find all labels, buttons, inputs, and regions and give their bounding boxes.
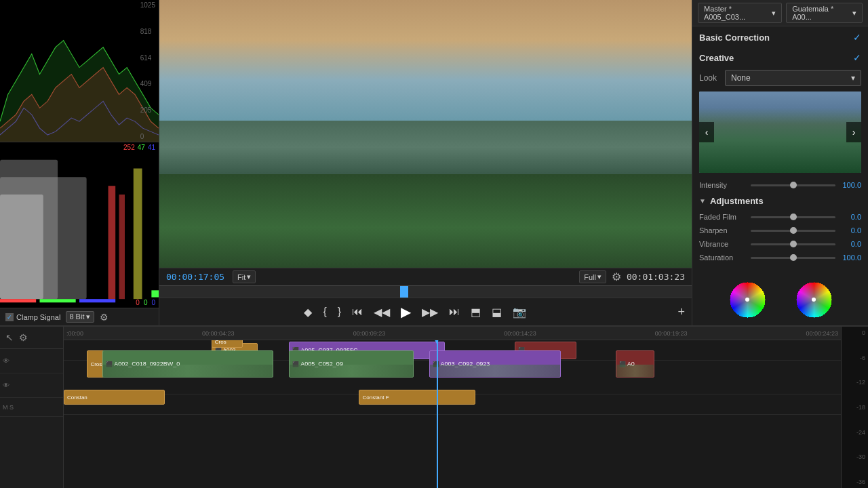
bottom-area: ↖ ⚙ 👁 👁 M S :00:00 00:00:04:23 00:00:09:…: [0, 325, 868, 488]
svg-marker-18: [345, 37, 458, 134]
video-settings-button[interactable]: ⚙: [612, 270, 621, 283]
timecode-end: 00:01:03:23: [627, 272, 685, 282]
saturation-value: 100.0: [840, 253, 861, 262]
svg-rect-10: [0, 299, 36, 302]
clip-a003-lower[interactable]: ⬛A003_C092_0923: [429, 350, 561, 378]
creative-checkmark: ✓: [853, 52, 861, 63]
full-dropdown[interactable]: Full ▾: [579, 270, 606, 283]
svg-point-29: [498, 9, 627, 33]
svg-rect-26: [418, 214, 421, 230]
scope-labels: 1025 818 614 409 205 0: [140, 0, 155, 142]
svg-point-38: [798, 144, 802, 148]
carousel-prev-button[interactable]: ‹: [699, 122, 714, 142]
svg-marker-32: [713, 105, 767, 136]
sharpen-value: 0.0: [840, 226, 861, 235]
creative-section[interactable]: Creative ✓: [692, 47, 868, 67]
intensity-thumb[interactable]: [790, 182, 797, 188]
vibrance-value: 0.0: [840, 240, 861, 248]
vibrance-thumb[interactable]: [790, 241, 797, 247]
vibrance-row: Vibrance 0.0: [692, 237, 868, 251]
in-point-button[interactable]: {: [320, 304, 329, 319]
step-back-button[interactable]: ◀◀: [371, 304, 393, 320]
center-panel: 00:00:17:05 Fit ▾ Full ▾ ⚙ 00:01:03:23 ◆: [159, 0, 692, 325]
add-button[interactable]: +: [675, 304, 688, 321]
track-label-v2: 👁: [0, 373, 63, 398]
track-eye-v1[interactable]: 👁: [3, 357, 9, 365]
vu-label-18: -18: [844, 404, 865, 411]
vu-label-36: -36: [844, 479, 865, 485]
svg-marker-33: [730, 112, 764, 136]
export-frame-button[interactable]: 📷: [510, 304, 529, 320]
scrubber-playhead[interactable]: [400, 286, 408, 298]
sharpen-thumb[interactable]: [790, 227, 797, 234]
track-eye-v2[interactable]: 👁: [3, 382, 9, 389]
svg-rect-37: [800, 147, 802, 155]
clamp-signal-control[interactable]: ✓ Clamp Signal: [5, 313, 60, 321]
bit-depth-selector[interactable]: 8 Bit ▾: [66, 311, 94, 323]
play-button[interactable]: ▶: [398, 302, 414, 321]
highlight-tint-wheel[interactable]: [784, 270, 844, 325]
timeline-tools: ↖ ⚙: [0, 327, 63, 349]
scope-bottom-controls: ✓ Clamp Signal 8 Bit ▾ ⚙: [0, 308, 159, 325]
vu-labels: 0 -6 -12 -18 -24 -30 -36: [842, 327, 868, 488]
marker-button[interactable]: ◆: [301, 304, 315, 320]
clip-constan[interactable]: Constan: [64, 390, 165, 405]
next-edit-button[interactable]: ⏭: [446, 304, 462, 319]
clip-a002[interactable]: ⬛A002_C018_0922BW_0: [102, 350, 273, 378]
insert-button[interactable]: ⬒: [468, 304, 484, 320]
saturation-thumb[interactable]: [790, 254, 797, 261]
svg-rect-20: [199, 166, 651, 214]
clip-a005-lower[interactable]: ⬛A005_C052_09: [289, 350, 413, 378]
color-wheels-row: Shadow Tint Highlight Tint: [692, 264, 868, 325]
shadow-tint-wheel[interactable]: [717, 270, 777, 325]
faded-film-slider[interactable]: [751, 216, 835, 218]
intensity-slider[interactable]: [751, 184, 835, 186]
track-row-audio: Constan Constant F: [64, 394, 841, 415]
clip-constant-f[interactable]: Constant F: [359, 390, 475, 405]
timeline-tool-icon[interactable]: ↖: [5, 332, 14, 343]
carousel-next-button[interactable]: ›: [846, 122, 861, 142]
sharpen-label: Sharpen: [699, 226, 747, 235]
timeline-settings-icon[interactable]: ⚙: [19, 332, 28, 343]
highlight-tint-container: Highlight Tint: [784, 270, 844, 325]
clip-cros-upper[interactable]: Cros: [212, 340, 243, 348]
faded-film-row: Faded Film 0.0: [692, 210, 868, 224]
step-fwd-button[interactable]: ▶▶: [419, 304, 441, 320]
svg-point-19: [199, 146, 651, 210]
svg-rect-12: [79, 299, 115, 302]
faded-film-value: 0.0: [840, 213, 861, 221]
adjustments-section[interactable]: ▼ Adjustments: [692, 192, 868, 210]
scope-settings-icon[interactable]: ⚙: [100, 312, 108, 323]
svg-point-27: [416, 209, 422, 216]
saturation-slider[interactable]: [751, 257, 835, 259]
transport-bar: ◆ { } ⏮ ◀◀ ▶ ▶▶ ⏭ ⬒ ⬓ 📷 +: [159, 298, 692, 325]
basic-correction-checkmark: ✓: [853, 32, 861, 43]
timeline-playhead: [437, 340, 438, 488]
sharpen-slider[interactable]: [751, 230, 835, 232]
clip-a0-lower[interactable]: ⬛A0: [616, 350, 654, 378]
prev-edit-button[interactable]: ⏮: [349, 304, 366, 319]
track-labels: 👁 👁 M S: [0, 349, 63, 488]
timeline-ruler[interactable]: :00:00 00:00:04:23 00:00:09:23 00:00:14:…: [64, 327, 841, 340]
panel-header: Master * A005_C03... ▾ Guatemala * A00..…: [692, 0, 868, 26]
vibrance-slider[interactable]: [751, 243, 835, 245]
look-label: Look: [699, 73, 719, 83]
fit-dropdown[interactable]: Fit ▾: [233, 270, 256, 283]
overwrite-button[interactable]: ⬓: [489, 304, 505, 320]
vu-meter: 0 -6 -12 -18 -24 -30 -36: [841, 327, 868, 488]
svg-marker-15: [159, 61, 692, 174]
svg-rect-31: [699, 92, 861, 173]
basic-correction-section[interactable]: Basic Correction ✓: [692, 26, 868, 47]
scrubber-bar[interactable]: [159, 286, 692, 298]
look-dropdown[interactable]: None ▾: [725, 70, 861, 86]
svg-point-36: [713, 132, 848, 148]
preview-image: [699, 92, 861, 173]
timeline-scrubber[interactable]: [159, 285, 692, 298]
out-point-button[interactable]: }: [335, 304, 344, 319]
intensity-value: 100.0: [840, 181, 861, 189]
faded-film-thumb[interactable]: [790, 214, 797, 220]
sequence-dropdown[interactable]: Guatemala * A00... ▾: [786, 3, 863, 23]
clamp-checkbox[interactable]: ✓: [5, 313, 14, 321]
master-dropdown[interactable]: Master * A005_C03... ▾: [698, 3, 782, 23]
shadow-tint-container: Shadow Tint: [717, 270, 777, 325]
